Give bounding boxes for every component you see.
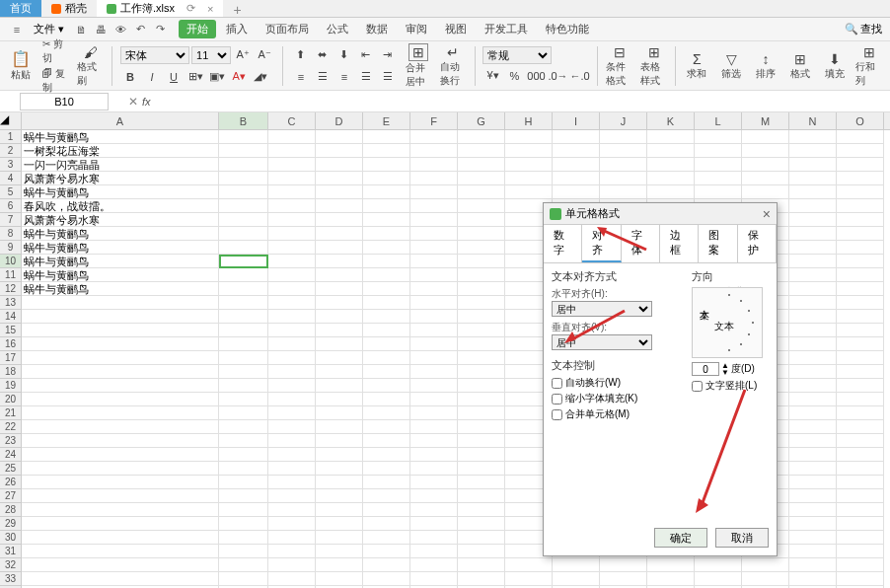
cell-N4[interactable] [789, 172, 837, 185]
cancel-formula-icon[interactable]: ✕ [128, 95, 138, 109]
row-header-30[interactable]: 30 [0, 531, 21, 545]
merge-center-button[interactable]: ⊞ 合并居中 [406, 46, 432, 86]
cell-E13[interactable] [363, 296, 410, 310]
align-center-icon[interactable]: ☰ [313, 67, 333, 87]
cell-E14[interactable] [363, 310, 410, 324]
degree-input[interactable] [692, 362, 719, 376]
underline-button[interactable]: U [164, 67, 184, 87]
cell-A26[interactable] [22, 476, 219, 489]
cell-B9[interactable] [219, 241, 268, 255]
cell-N32[interactable] [789, 558, 837, 572]
row-header-1[interactable]: 1 [0, 130, 21, 144]
cell-E1[interactable] [363, 130, 410, 144]
cell-N9[interactable] [789, 241, 837, 255]
row-header-21[interactable]: 21 [0, 406, 21, 420]
save-icon[interactable]: 🗎 [72, 21, 90, 38]
font-color-button[interactable]: A▾ [229, 67, 249, 87]
row-header-15[interactable]: 15 [0, 324, 21, 337]
dialog-tab-pattern[interactable]: 图案 [699, 225, 737, 262]
cell-N21[interactable] [789, 406, 837, 420]
row-header-19[interactable]: 19 [0, 379, 21, 393]
cell-G26[interactable] [458, 476, 505, 489]
cell-C27[interactable] [268, 489, 316, 503]
cell-D23[interactable] [316, 434, 363, 448]
cell-A9[interactable]: 蜗牛与黄鹂鸟 [22, 241, 219, 255]
cell-I4[interactable] [553, 172, 600, 185]
cell-B27[interactable] [219, 489, 268, 503]
cell-O7[interactable] [837, 213, 884, 227]
cell-D14[interactable] [316, 310, 363, 324]
v-align-select[interactable]: 居中 [552, 334, 652, 350]
cell-B33[interactable] [219, 572, 268, 586]
cell-E20[interactable] [363, 393, 410, 406]
cell-E2[interactable] [363, 144, 410, 158]
menu-data[interactable]: 数据 [358, 20, 396, 38]
cell-E10[interactable] [363, 255, 410, 268]
cell-K1[interactable] [647, 130, 695, 144]
cell-F12[interactable] [410, 282, 458, 296]
cell-G14[interactable] [458, 310, 505, 324]
cell-D27[interactable] [316, 489, 363, 503]
cell-B23[interactable] [219, 434, 268, 448]
cell-C2[interactable] [268, 144, 316, 158]
cell-I2[interactable] [553, 144, 600, 158]
dialog-close-button[interactable]: × [763, 206, 771, 222]
cell-B32[interactable] [219, 558, 268, 572]
cell-L32[interactable] [695, 558, 742, 572]
cell-D11[interactable] [316, 268, 363, 282]
format-painter-button[interactable]: 🖌 格式刷 [77, 46, 104, 86]
sort-button[interactable]: ↕ 排序 [753, 46, 779, 86]
cell-C25[interactable] [268, 462, 316, 476]
wrap-text-button[interactable]: ↵ 自动换行 [440, 46, 467, 86]
row-header-13[interactable]: 13 [0, 296, 21, 310]
cell-F5[interactable] [410, 185, 458, 199]
cell-D25[interactable] [316, 462, 363, 476]
cell-O28[interactable] [837, 503, 884, 517]
cell-A31[interactable] [22, 545, 219, 558]
align-bottom-icon[interactable]: ⬇ [334, 45, 354, 65]
cell-E27[interactable] [363, 489, 410, 503]
cell-F11[interactable] [410, 268, 458, 282]
cell-O33[interactable] [837, 572, 884, 586]
cell-F22[interactable] [410, 420, 458, 434]
cell-G8[interactable] [458, 227, 505, 241]
cell-C32[interactable] [268, 558, 316, 572]
cell-N27[interactable] [789, 489, 837, 503]
cell-G19[interactable] [458, 379, 505, 393]
cell-F4[interactable] [410, 172, 458, 185]
cell-D4[interactable] [316, 172, 363, 185]
cell-N13[interactable] [789, 296, 837, 310]
cell-A4[interactable]: 风萧萧兮易水寒 [22, 172, 219, 185]
cell-E26[interactable] [363, 476, 410, 489]
cell-A33[interactable] [22, 572, 219, 586]
menu-special[interactable]: 特色功能 [538, 20, 597, 38]
cell-O30[interactable] [837, 531, 884, 545]
cell-N24[interactable] [789, 448, 837, 462]
cell-A7[interactable]: 风萧萧兮易水寒 [22, 213, 219, 227]
cut-button[interactable]: ✂ 剪切 [42, 37, 70, 65]
cell-H4[interactable] [505, 172, 553, 185]
cell-G5[interactable] [458, 185, 505, 199]
cell-A29[interactable] [22, 517, 219, 531]
cell-F16[interactable] [410, 337, 458, 351]
cell-N6[interactable] [789, 199, 837, 213]
cell-J2[interactable] [600, 144, 647, 158]
cell-F33[interactable] [410, 572, 458, 586]
cell-E7[interactable] [363, 213, 410, 227]
cell-E24[interactable] [363, 448, 410, 462]
cell-O15[interactable] [837, 324, 884, 337]
vertical-checkbox-row[interactable]: 文字竖排(L) [692, 379, 769, 393]
cell-D3[interactable] [316, 158, 363, 172]
cell-G27[interactable] [458, 489, 505, 503]
increase-decimal-icon[interactable]: .0→ [548, 66, 567, 86]
cell-A18[interactable] [22, 365, 219, 379]
cell-E28[interactable] [363, 503, 410, 517]
decrease-font-icon[interactable]: A⁻ [255, 45, 274, 65]
cell-E3[interactable] [363, 158, 410, 172]
cell-C8[interactable] [268, 227, 316, 241]
col-header-H[interactable]: H [505, 112, 553, 129]
col-header-M[interactable]: M [742, 112, 789, 129]
cell-K4[interactable] [647, 172, 695, 185]
cell-D20[interactable] [316, 393, 363, 406]
vertical-checkbox[interactable] [692, 381, 703, 392]
